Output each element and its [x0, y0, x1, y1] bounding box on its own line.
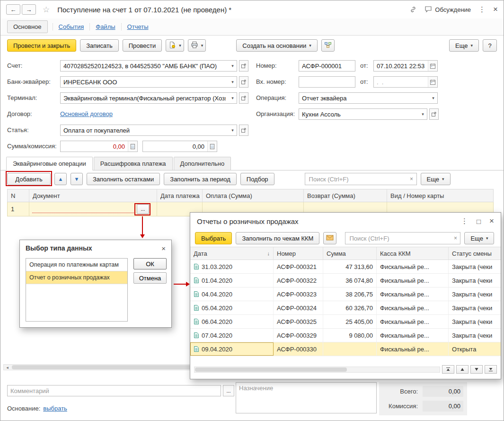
- amount-calculator-icon[interactable]: [128, 141, 137, 152]
- account-field[interactable]: ▾: [60, 60, 237, 72]
- comment-expand-button[interactable]: ...: [223, 385, 234, 396]
- basis-choose-link[interactable]: выбрать: [43, 405, 67, 412]
- bank-input[interactable]: [61, 77, 229, 87]
- operation-dropdown-icon[interactable]: ▾: [429, 93, 437, 103]
- terminal-dropdown-icon[interactable]: ▾: [229, 93, 237, 103]
- tab-payment-breakdown[interactable]: Расшифровка платежа: [94, 157, 173, 170]
- organization-input[interactable]: [299, 109, 419, 119]
- reports-search-clear-icon[interactable]: ×: [451, 235, 460, 242]
- article-input[interactable]: [61, 125, 229, 135]
- move-down-button[interactable]: ▼: [71, 173, 83, 185]
- article-open-button[interactable]: [239, 125, 248, 136]
- send-email-button[interactable]: [323, 232, 336, 244]
- forward-button[interactable]: →: [22, 4, 36, 15]
- incoming-date-input[interactable]: [374, 77, 428, 87]
- col-date[interactable]: Дата ↓: [190, 247, 274, 260]
- fill-period-button[interactable]: Заполнить за период: [164, 173, 237, 185]
- type-item-card-operation[interactable]: Операция по платежным картам: [26, 259, 127, 271]
- article-field[interactable]: ▾: [60, 125, 237, 136]
- menu-dots-icon[interactable]: ⋮: [478, 5, 486, 14]
- reports-search-input[interactable]: [345, 235, 451, 242]
- tab-acquiring-operations[interactable]: Эквайринговые операции: [6, 157, 93, 170]
- report-row[interactable]: 04.04.2020 АСФР-000323 38 206,75 Фискаль…: [190, 287, 501, 301]
- commission-calculator-icon[interactable]: [207, 141, 217, 152]
- col-n[interactable]: N: [8, 189, 29, 202]
- col-payment-date[interactable]: Дата платежа: [157, 189, 203, 202]
- comment-field[interactable]: [7, 385, 221, 396]
- report-row[interactable]: 06.04.2020 АСФР-000325 25 405,00 Фискаль…: [190, 315, 501, 329]
- cell-document[interactable]: ...: [29, 202, 157, 216]
- number-field[interactable]: [299, 60, 355, 72]
- dialog-close-icon[interactable]: ×: [161, 244, 166, 252]
- date-input[interactable]: [374, 61, 428, 71]
- incoming-date-calendar-icon[interactable]: [428, 77, 437, 87]
- reports-horizontal-scrollbar[interactable]: [194, 367, 440, 373]
- post-and-close-button[interactable]: Провести и закрыть: [7, 39, 76, 52]
- nav-item-reports[interactable]: Отчеты: [121, 23, 154, 30]
- organization-open-button[interactable]: [429, 108, 439, 120]
- create-on-basis-button[interactable]: Создать на основании ▾: [236, 39, 317, 52]
- col-number[interactable]: Номер: [274, 247, 323, 260]
- document-choose-button[interactable]: ...: [137, 204, 149, 214]
- report-row[interactable]: 05.04.2020 АСФР-000324 60 326,70 Фискаль…: [190, 301, 501, 315]
- col-payment-sum[interactable]: Оплата (Сумма): [203, 189, 304, 202]
- organization-field[interactable]: ▾: [299, 108, 427, 120]
- choose-button[interactable]: Выбрать: [195, 232, 232, 244]
- date-calendar-icon[interactable]: [428, 61, 437, 71]
- operation-field[interactable]: ▾: [299, 92, 438, 104]
- go-first-button[interactable]: [442, 365, 454, 374]
- grid-search-input[interactable]: [305, 176, 407, 183]
- col-return-sum[interactable]: Возврат (Сумма): [304, 189, 387, 202]
- help-button[interactable]: ?: [483, 39, 497, 52]
- reports-restore-icon[interactable]: □: [477, 217, 481, 225]
- account-dropdown-icon[interactable]: ▾: [229, 61, 237, 71]
- more-button[interactable]: Еще ▾: [449, 39, 479, 52]
- write-button[interactable]: Записать: [80, 39, 119, 52]
- page-down-button[interactable]: [470, 365, 483, 374]
- ok-button[interactable]: ОК: [133, 258, 167, 269]
- amount-field[interactable]: [60, 141, 138, 152]
- related-documents-button[interactable]: [321, 39, 335, 52]
- go-last-button[interactable]: [485, 365, 497, 374]
- contract-link[interactable]: Основной договор: [60, 108, 113, 120]
- col-document[interactable]: Документ: [29, 189, 157, 202]
- terminal-field[interactable]: ▾: [60, 92, 237, 104]
- close-icon[interactable]: ×: [493, 5, 498, 14]
- commission-input[interactable]: [143, 141, 207, 152]
- terminal-input[interactable]: [61, 93, 229, 103]
- pick-button[interactable]: Подбор: [240, 173, 274, 185]
- grid-more-button[interactable]: Еще ▾: [421, 173, 451, 185]
- post-button[interactable]: Провести: [123, 39, 162, 52]
- report-row[interactable]: 07.04.2020 АСФР-000329 9 080,00 Фискальн…: [190, 329, 501, 342]
- favorite-star-icon[interactable]: ☆: [43, 5, 50, 15]
- reports-scrollbar-thumb[interactable]: [195, 367, 347, 372]
- cancel-button[interactable]: Отмена: [133, 272, 167, 284]
- discussion-button[interactable]: Обсуждение: [424, 5, 471, 14]
- document-settings-button[interactable]: ▾: [166, 39, 184, 52]
- reports-menu-dots-icon[interactable]: ⋮: [461, 217, 468, 225]
- bank-field[interactable]: ▾: [60, 76, 237, 88]
- report-row[interactable]: 01.04.2020 АСФР-000322 36 074,80 Фискаль…: [190, 274, 501, 287]
- report-row[interactable]: 31.03.2020 АСФР-000321 47 313,60 Фискаль…: [190, 260, 501, 274]
- reports-more-button[interactable]: Еще ▾: [464, 232, 494, 244]
- account-open-button[interactable]: [239, 60, 248, 72]
- amount-input[interactable]: [61, 141, 128, 152]
- bank-dropdown-icon[interactable]: ▾: [229, 77, 237, 87]
- print-button[interactable]: ▾: [188, 39, 206, 52]
- grid-search-box[interactable]: ×: [305, 173, 417, 185]
- page-up-button[interactable]: [456, 365, 469, 374]
- nav-item-events[interactable]: События: [53, 23, 90, 30]
- tab-additional[interactable]: Дополнительно: [174, 157, 231, 170]
- type-item-retail-report[interactable]: Отчет о розничных продажах: [26, 271, 127, 284]
- comment-input[interactable]: [8, 385, 221, 396]
- move-up-button[interactable]: ▲: [54, 173, 67, 185]
- incoming-number-field[interactable]: [299, 76, 355, 88]
- col-kkm[interactable]: Касса ККМ: [377, 247, 449, 260]
- commission-field[interactable]: [142, 141, 217, 152]
- incoming-number-input[interactable]: [299, 77, 355, 87]
- back-button[interactable]: ←: [6, 4, 20, 15]
- nav-item-files[interactable]: Файлы: [89, 23, 121, 30]
- col-shift-status[interactable]: Статус смены: [449, 247, 501, 260]
- account-input[interactable]: [61, 61, 229, 71]
- number-input[interactable]: [299, 61, 355, 71]
